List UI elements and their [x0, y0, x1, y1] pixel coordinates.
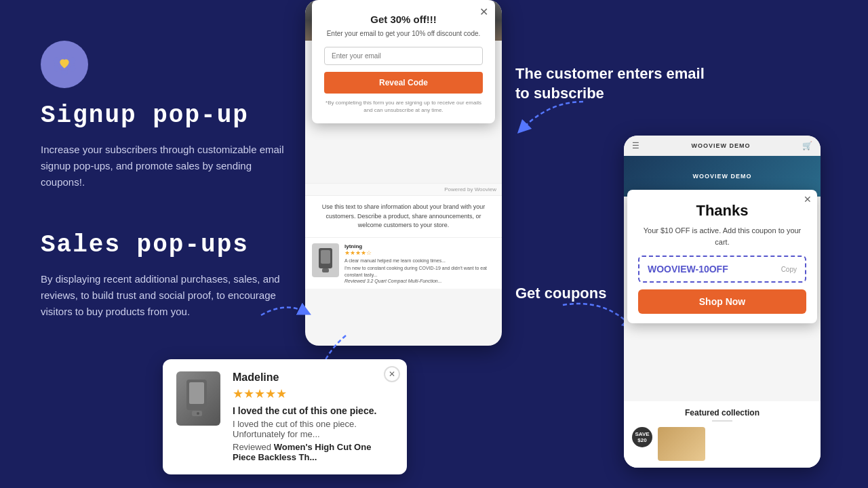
coupon-code[interactable]: WOOVIEW-10OFF: [648, 264, 728, 274]
cart-icon[interactable]: 🛒: [802, 141, 812, 150]
sales-title: Sales pop-ups: [41, 231, 298, 259]
copy-label[interactable]: Copy: [781, 266, 797, 273]
right-phone-nav-title: WOOVIEW DEMO: [692, 142, 751, 149]
phone-brand-text: Use this text to share information about…: [305, 195, 502, 237]
review-stars: ★★★★★: [233, 386, 393, 401]
review-headline: A clear manual helped me learn cooking t…: [344, 258, 495, 264]
svg-rect-8: [321, 250, 330, 264]
coupon-code-box: WOOVIEW-10OFF Copy: [638, 256, 806, 283]
svg-rect-9: [322, 268, 329, 272]
shop-now-button[interactable]: Shop Now: [638, 289, 806, 314]
signup-title: Signup pop-up: [41, 102, 298, 129]
right-phone-navbar: ☰ WOOVIEW DEMO 🛒: [624, 136, 821, 156]
logo-icon: [41, 41, 88, 88]
phone-review-section: lytning ★★★★☆ A clear manual helped me l…: [305, 237, 502, 289]
coupon-desc: Your $10 OFF is active. Add this coupon …: [638, 225, 806, 247]
review-product-ref: Reviewed 3.2 Quart Compact Multi-Functio…: [344, 279, 495, 283]
review-popup-product-image: [176, 371, 220, 426]
review-body: I'm new to constant cooking during COVID…: [344, 265, 495, 279]
review-stars: ★★★★☆: [344, 249, 495, 256]
review-popup-content: Madeline ★★★★★ I loved the cut of this o…: [233, 371, 393, 462]
signup-desc: Increase your subscribers through custom…: [41, 142, 298, 190]
featured-product: SAVE $20: [632, 427, 812, 461]
coupon-popup: ✕ Thanks Your $10 OFF is active. Add thi…: [627, 190, 817, 323]
signup-popup-modal: ✕ Get 30% off!!! Enter your email to get…: [312, 0, 495, 123]
left-section: Signup pop-up Increase your subscribers …: [41, 41, 298, 320]
save-badge: SAVE $20: [632, 427, 652, 447]
reveal-code-button[interactable]: Reveal Code: [324, 72, 483, 94]
popup-subtitle: Enter your email to get your 10% off dis…: [324, 29, 483, 39]
review-product-reference: Reviewed Women's High Cut One Piece Back…: [233, 442, 393, 462]
right-phone-mockup: ☰ WOOVIEW DEMO 🛒 WOOVIEW DEMO ✕ Thanks Y…: [624, 136, 821, 468]
right-phone-hero-text: WOOVIEW DEMO: [693, 173, 752, 180]
featured-collection-section: Featured collection SAVE $20: [624, 401, 821, 468]
powered-by: Powered by Wooview: [305, 183, 502, 195]
popup-disclaimer: *By completing this form you are signing…: [324, 99, 483, 114]
featured-divider: [712, 420, 732, 422]
reviewer-name: Madeline: [233, 371, 393, 384]
brand-text-content: Use this text to share information about…: [313, 203, 494, 230]
center-phone-mockup: ✕ Get 30% off!!! Enter your email to get…: [305, 0, 502, 346]
featured-title: Featured collection: [632, 408, 812, 418]
review-headline: I loved the cut of this one piece.: [233, 405, 393, 416]
annotation-email-subscribe: The customer enters email to subscribe: [515, 64, 705, 103]
review-content: lytning ★★★★☆ A clear manual helped me l…: [344, 243, 495, 283]
popup-close-button[interactable]: ✕: [479, 5, 488, 18]
annotation-get-coupons: Get coupons: [515, 285, 606, 302]
review-popup-close-button[interactable]: ✕: [384, 366, 400, 382]
review-product-image: [312, 243, 339, 277]
coupon-title: Thanks: [638, 202, 806, 220]
sales-desc: By displaying recent additional purchase…: [41, 271, 298, 320]
hamburger-icon[interactable]: ☰: [632, 141, 639, 150]
featured-product-image: [658, 427, 705, 461]
coupon-close-button[interactable]: ✕: [804, 194, 812, 205]
review-popup-bottom: ✕ Madeline ★★★★★ I loved the cut of this…: [163, 359, 407, 474]
svg-point-13: [197, 412, 199, 415]
popup-title: Get 30% off!!!: [324, 14, 483, 25]
email-input[interactable]: [324, 47, 483, 65]
review-product-name: lytning: [344, 243, 495, 249]
review-body-text: I loved the cut of this one piece. Unfor…: [233, 419, 393, 439]
svg-rect-11: [189, 382, 204, 404]
